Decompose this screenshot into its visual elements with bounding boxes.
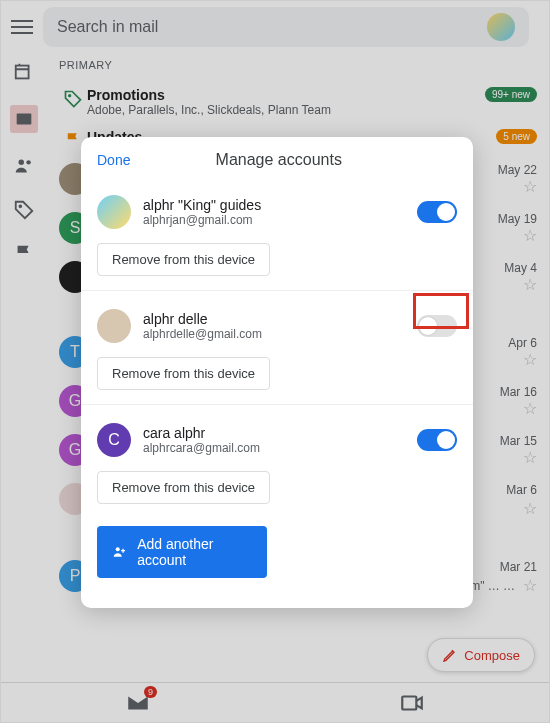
person-plus-icon <box>111 543 127 561</box>
svg-point-7 <box>116 547 120 551</box>
remove-device-button[interactable]: Remove from this device <box>97 471 270 504</box>
account-mail: alphrdelle@gmail.com <box>143 327 417 341</box>
account-row: alphr dellealphrdelle@gmail.com <box>97 301 457 351</box>
add-account-button[interactable]: Add another account <box>97 526 267 578</box>
account-mail: alphrjan@gmail.com <box>143 213 417 227</box>
remove-device-button[interactable]: Remove from this device <box>97 243 270 276</box>
manage-accounts-modal: Done Manage accounts alphr "King" guides… <box>81 137 473 608</box>
account-mail: alphrcara@gmail.com <box>143 441 417 455</box>
remove-device-button[interactable]: Remove from this device <box>97 357 270 390</box>
account-avatar <box>97 195 131 229</box>
account-name: cara alphr <box>143 425 417 441</box>
account-avatar: C <box>97 423 131 457</box>
account-row: alphr "King" guidesalphrjan@gmail.com <box>97 187 457 237</box>
account-name: alphr delle <box>143 311 417 327</box>
add-account-label: Add another account <box>137 536 253 568</box>
account-row: Ccara alphralphrcara@gmail.com <box>97 415 457 465</box>
account-toggle[interactable] <box>417 201 457 223</box>
account-toggle[interactable] <box>417 315 457 337</box>
account-avatar <box>97 309 131 343</box>
account-name: alphr "King" guides <box>143 197 417 213</box>
modal-title: Manage accounts <box>100 151 457 169</box>
account-toggle[interactable] <box>417 429 457 451</box>
